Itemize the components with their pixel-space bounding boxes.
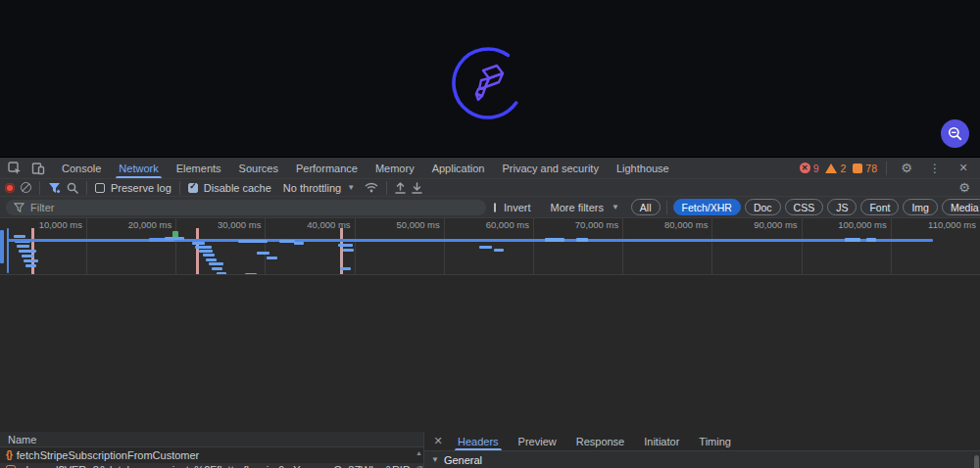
console-errors-badge[interactable]: ✕9	[800, 163, 819, 174]
overview-request-bar	[343, 249, 354, 252]
request-rows: {}fetchStripeSubscriptionFromCustomer ch…	[0, 447, 423, 468]
disable-cache-checkbox[interactable]	[188, 183, 198, 193]
divider	[179, 181, 180, 195]
invert-label[interactable]: Invert	[504, 202, 531, 213]
overview-tick-label: 20,000 ms	[128, 219, 175, 230]
console-warnings-badge[interactable]: 2	[825, 163, 846, 174]
tab-console[interactable]: Console	[53, 158, 110, 178]
tab-network[interactable]: Network	[110, 158, 167, 178]
tab-headers[interactable]: Headers	[448, 432, 509, 450]
overview-gridline	[86, 218, 87, 274]
chip-fetch-xhr[interactable]: Fetch/XHR	[673, 199, 741, 215]
overview-gridline	[533, 218, 534, 274]
filter-input[interactable]: Filter	[6, 200, 486, 215]
preserve-log-label[interactable]: Preserve log	[111, 182, 172, 194]
request-table-name-header[interactable]: Name	[0, 432, 423, 447]
close-details-icon[interactable]: ✕	[428, 435, 448, 447]
search-icon[interactable]	[67, 182, 78, 194]
divider	[86, 181, 87, 195]
tab-application[interactable]: Application	[423, 158, 494, 178]
close-devtools-icon[interactable]: ✕	[953, 159, 974, 178]
tab-sources[interactable]: Sources	[230, 158, 287, 178]
overview-request-bar	[294, 242, 304, 245]
overview-request-bar	[206, 258, 217, 261]
chip-font[interactable]: Font	[860, 199, 899, 215]
network-overview[interactable]: 10,000 ms20,000 ms30,000 ms40,000 ms50,0…	[0, 218, 980, 275]
zoom-search-button[interactable]	[941, 119, 969, 148]
device-toolbar-icon[interactable]	[27, 159, 49, 178]
overview-request-bar	[340, 267, 351, 270]
request-list-panel: Name {}fetchStripeSubscriptionFromCustom…	[0, 432, 423, 468]
settings-gear-icon[interactable]: ⚙	[896, 159, 917, 178]
divider	[39, 181, 40, 195]
invert-checkbox[interactable]	[494, 203, 496, 212]
scrollbar-thumb[interactable]	[974, 455, 979, 468]
more-filters-button[interactable]: More filters	[551, 202, 604, 213]
request-details-tabs: ✕ Headers Preview Response Initiator Tim…	[424, 432, 980, 451]
chip-doc[interactable]: Doc	[745, 199, 781, 215]
tab-response[interactable]: Response	[566, 432, 635, 450]
request-type-chips: All Fetch/XHR Doc CSS JS Font Img Media …	[631, 199, 980, 215]
devtools-tabbar: Console Network Elements Sources Perform…	[0, 158, 980, 179]
throttling-select[interactable]: No throttling	[283, 182, 341, 194]
kebab-menu-icon[interactable]: ⋮	[924, 159, 946, 178]
request-list-scrollbar[interactable]: ▲	[416, 449, 422, 468]
spinner-arc-icon	[446, 41, 530, 125]
import-har-icon[interactable]	[395, 182, 406, 194]
overview-gridline	[891, 218, 892, 274]
divider	[666, 201, 667, 214]
chip-media[interactable]: Media	[942, 199, 980, 215]
network-settings-gear-icon[interactable]: ⚙	[954, 178, 975, 198]
overview-gridline	[355, 218, 356, 274]
preserve-log-checkbox[interactable]	[95, 183, 105, 193]
overview-request-bar	[7, 228, 9, 273]
tab-preview[interactable]: Preview	[509, 432, 566, 450]
divider	[386, 181, 387, 195]
devtools-panel: Console Network Elements Sources Perform…	[0, 157, 980, 468]
overview-request-bar	[19, 250, 36, 253]
divider	[886, 162, 887, 175]
chevron-down-icon[interactable]: ▼	[347, 183, 355, 192]
error-icon: ✕	[800, 163, 810, 173]
overview-request-bar	[217, 272, 226, 275]
tab-lighthouse[interactable]: Lighthouse	[608, 158, 678, 178]
chip-img[interactable]: Img	[903, 199, 938, 215]
overview-request-bar	[279, 240, 295, 243]
filter-toggle-icon[interactable]	[48, 182, 61, 194]
issues-badge[interactable]: 78	[853, 163, 877, 174]
overview-tick-label: 60,000 ms	[486, 219, 533, 230]
overview-request-bar	[212, 267, 222, 270]
chip-all[interactable]: All	[631, 199, 661, 215]
general-section-header[interactable]: ▼ General	[424, 451, 980, 468]
chip-css[interactable]: CSS	[785, 199, 824, 215]
tab-elements[interactable]: Elements	[168, 158, 230, 178]
export-har-icon[interactable]	[412, 182, 422, 194]
overview-request-bar	[209, 262, 223, 265]
record-network-log-button[interactable]	[5, 183, 15, 193]
network-conditions-icon[interactable]	[365, 182, 378, 193]
tab-initiator[interactable]: Initiator	[634, 432, 689, 450]
overview-tick-label: 30,000 ms	[218, 219, 265, 230]
details-scrollbar[interactable]	[973, 453, 980, 468]
chevron-down-icon[interactable]: ▼	[612, 203, 619, 211]
overview-request-bar	[203, 254, 215, 257]
request-row[interactable]: channel?VER=8&database=projects%2Fflutte…	[0, 463, 423, 468]
overview-request-bar	[257, 252, 270, 255]
scroll-up-icon[interactable]: ▲	[416, 449, 422, 456]
tab-performance[interactable]: Performance	[287, 158, 367, 178]
request-row[interactable]: {}fetchStripeSubscriptionFromCustomer	[0, 447, 423, 463]
tab-memory[interactable]: Memory	[367, 158, 423, 178]
overview-gridline	[622, 218, 623, 274]
network-filterbar: Filter Invert More filters ▼ All Fetch/X…	[0, 197, 980, 218]
warning-icon	[825, 164, 837, 173]
overview-gridline	[444, 218, 445, 274]
overview-request-bar	[165, 237, 184, 240]
clear-network-log-icon[interactable]	[21, 182, 31, 193]
tab-timing[interactable]: Timing	[689, 432, 741, 450]
tab-privacy-security[interactable]: Privacy and security	[493, 158, 607, 178]
triangle-down-icon: ▼	[431, 455, 439, 464]
overview-request-bar	[192, 242, 205, 245]
chip-js[interactable]: JS	[827, 199, 857, 215]
inspect-element-icon[interactable]	[4, 159, 25, 178]
disable-cache-label[interactable]: Disable cache	[204, 182, 271, 194]
